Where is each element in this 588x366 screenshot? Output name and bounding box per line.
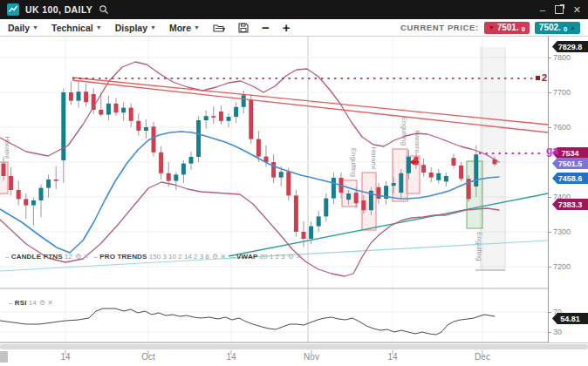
price-badge: 7501.5 <box>552 158 588 169</box>
axis-tick-mark <box>549 127 551 128</box>
menu-timeframe[interactable]: Daily▼ <box>8 23 38 33</box>
svg-text:Engulfing: Engulfing <box>400 117 408 146</box>
toolbar: Daily▼ Technical▼ Display▼ More▼ − + CUR… <box>0 19 588 37</box>
time-axis-label: 14 <box>378 352 407 362</box>
price-badge: 7829.8 <box>552 41 588 52</box>
buy-price-badge[interactable]: 7502.0 ▲ <box>535 22 580 34</box>
save-icon[interactable] <box>238 23 249 33</box>
axis-tick-label: 7200 <box>553 262 571 271</box>
chart-app-icon <box>7 3 19 16</box>
close-icon[interactable]: ✕ <box>82 253 90 261</box>
instrument-title: UK 100, DAILY <box>25 4 92 15</box>
down-arrow-icon: ▼ <box>489 24 495 30</box>
indicator-params: 150 3 10 2 14 2 3 8 <box>149 253 209 261</box>
axis-tick-mark <box>549 197 551 198</box>
axis-tick-mark <box>549 92 551 93</box>
current-price-label: CURRENT PRICE: <box>400 23 479 32</box>
time-axis-label: Nov <box>297 352 326 362</box>
axis-tick-mark <box>549 232 551 233</box>
chevron-down-icon: ▼ <box>150 24 156 30</box>
indicator-swatch: – <box>230 253 234 261</box>
indicator-swatch: – <box>5 253 9 261</box>
chevron-down-icon: ▼ <box>194 24 200 30</box>
chart-window: UK 100, DAILY – ✕ Daily▼ Technical▼ Disp… <box>0 0 588 366</box>
axis-tick-mark <box>549 312 551 313</box>
indicator-params: 20 1 2 3 <box>260 253 285 261</box>
menu-technical[interactable]: Technical▼ <box>51 23 102 33</box>
axis-tick-label: 7600 <box>553 123 571 132</box>
gear-icon[interactable]: ⚙ <box>287 253 295 261</box>
search-icon[interactable] <box>99 4 109 15</box>
indicator-name: VWAP <box>236 253 257 261</box>
indicator-swatch: – <box>93 253 97 261</box>
indicator-params: 12 <box>65 253 72 261</box>
minimize-icon[interactable]: – <box>540 5 545 15</box>
zoom-in-button[interactable]: + <box>283 21 291 34</box>
gear-icon[interactable]: ⚙ <box>38 299 46 307</box>
sell-price-badge[interactable]: ▼ 7501.0 <box>484 22 530 34</box>
chevron-down-icon: ▼ <box>32 24 38 30</box>
titlebar: UK 100, DAILY – ✕ <box>0 0 588 19</box>
axis-tick-label: 30 <box>553 328 562 336</box>
price-badge: 54.81 <box>552 313 588 324</box>
overlay-indicator-strip: – CANDLE PTNS 12 ⚙✕ – PRO TRENDS 150 3 1… <box>5 253 306 261</box>
annotation-2: 2 <box>536 72 547 83</box>
close-icon[interactable]: ✕ <box>573 5 581 15</box>
chevron-down-icon: ▼ <box>96 24 102 30</box>
price-badge: 7383.3 <box>552 199 588 210</box>
indicator-name: CANDLE PTNS <box>11 253 63 261</box>
time-axis-label: Dec <box>468 352 497 362</box>
price-badge: 7458.6 <box>552 173 588 184</box>
time-scrollbar[interactable] <box>0 344 588 349</box>
rsi-indicator-strip: – RSI 14 ⚙✕ <box>9 299 58 307</box>
price-chart[interactable]: HaramiEngulfingHaramiEngulfingHaramiEngu… <box>0 0 588 366</box>
time-axis-label: Oct <box>133 352 163 362</box>
time-axis-label: 14 <box>216 352 246 362</box>
popout-icon[interactable] <box>555 5 564 14</box>
menu-display[interactable]: Display▼ <box>115 23 156 33</box>
gear-icon[interactable]: ⚙ <box>74 253 82 261</box>
svg-text:Harami: Harami <box>370 146 378 169</box>
axis-tick-mark <box>549 267 551 268</box>
axis-tick-label: 7300 <box>553 227 571 236</box>
time-axis-label: 14 <box>51 352 80 362</box>
close-icon[interactable]: ✕ <box>46 299 54 307</box>
indicator-name: RSI <box>15 299 27 307</box>
axis-tick-label: 7800 <box>553 53 571 62</box>
indicator-swatch: – <box>9 299 12 307</box>
axis-tick-mark <box>549 332 551 333</box>
indicator-params: 14 <box>29 299 37 307</box>
up-arrow-icon: ▲ <box>570 24 576 30</box>
close-icon[interactable]: ✕ <box>295 253 303 261</box>
axis-tick-mark <box>549 58 551 58</box>
price-axis: 78007700760074007300720070307829.8753475… <box>548 37 588 342</box>
zoom-out-button[interactable]: − <box>262 21 270 34</box>
axis-tick-label: 7700 <box>553 88 571 97</box>
close-icon[interactable]: ✕ <box>219 253 227 261</box>
indicator-name: PRO TRENDS <box>99 253 147 261</box>
gear-icon[interactable]: ⚙ <box>211 253 219 261</box>
menu-more[interactable]: More▼ <box>169 23 200 33</box>
open-folder-icon[interactable] <box>213 23 225 33</box>
square-marker-icon <box>536 76 540 80</box>
annotation-ga: ga <box>546 145 558 157</box>
svg-text:Engulfing: Engulfing <box>475 232 483 261</box>
scrollbar-stub[interactable] <box>0 351 8 363</box>
svg-text:Engulfing: Engulfing <box>350 148 358 177</box>
